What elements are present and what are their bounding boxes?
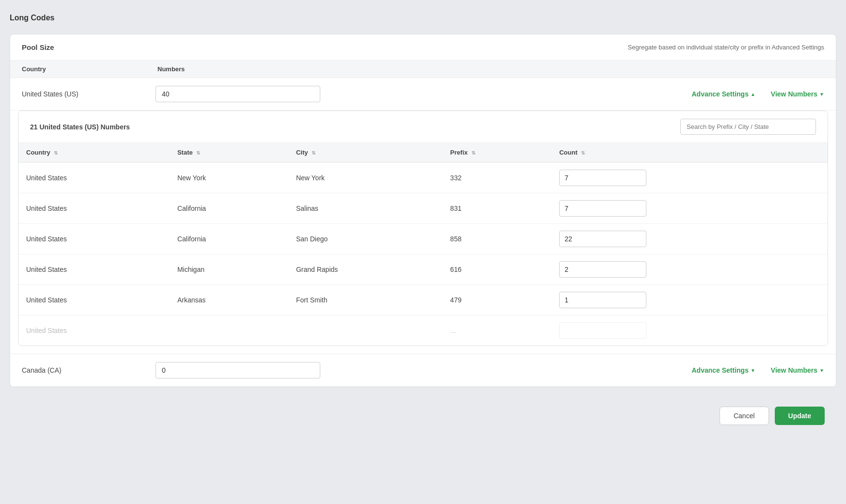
numbers-section: 21 United States (US) Numbers Country ⇅ … [18, 110, 828, 346]
cell-count [551, 254, 828, 285]
cell-count [551, 193, 828, 224]
th-country[interactable]: Country ⇅ [18, 143, 170, 162]
cell-country: United States [18, 162, 170, 193]
table-row: United States California Salinas 831 [18, 193, 828, 224]
cell-city: New York [288, 162, 442, 193]
pool-row-ca: Canada (CA) Advance Settings View Number… [10, 354, 836, 387]
cell-city: Fort Smith [288, 285, 442, 315]
us-view-numbers-link[interactable]: View Numbers [771, 90, 824, 98]
footer-actions: Cancel Update [10, 397, 836, 435]
numbers-count-label: 21 United States (US) Numbers [30, 123, 130, 131]
table-row: United States New York New York 332 [18, 162, 828, 193]
count-input-trunc[interactable] [559, 322, 646, 339]
cell-count-trunc [551, 315, 828, 346]
count-input-0[interactable] [559, 170, 646, 186]
us-number-input[interactable] [156, 86, 320, 102]
ca-country-label: Canada (CA) [22, 366, 148, 374]
count-input-4[interactable] [559, 292, 646, 308]
cell-state: Arkansas [170, 285, 288, 315]
cell-state: California [170, 193, 288, 224]
cell-prefix: 332 [442, 162, 551, 193]
cell-state: California [170, 224, 288, 254]
th-state[interactable]: State ⇅ [170, 143, 288, 162]
count-input-1[interactable] [559, 200, 646, 217]
cell-state-trunc [170, 315, 288, 346]
cell-prefix: 858 [442, 224, 551, 254]
ca-number-input[interactable] [156, 362, 320, 378]
cell-city: Grand Rapids [288, 254, 442, 285]
cell-city-trunc [288, 315, 442, 346]
table-row-truncated: United States ... [18, 315, 828, 346]
cell-country: United States [18, 224, 170, 254]
cell-country: United States [18, 254, 170, 285]
pool-header-note: Segregate based on individual state/city… [628, 44, 824, 51]
pool-row-us: United States (US) Advance Settings View… [10, 78, 836, 110]
numbers-table: Country ⇅ State ⇅ City ⇅ Prefix ⇅ Count … [18, 143, 828, 346]
cell-prefix: 831 [442, 193, 551, 224]
pool-size-label: Pool Size [22, 43, 54, 51]
update-button[interactable]: Update [775, 407, 825, 425]
cell-prefix: 479 [442, 285, 551, 315]
cell-count [551, 224, 828, 254]
th-prefix[interactable]: Prefix ⇅ [442, 143, 551, 162]
us-actions: Advance Settings View Numbers [691, 90, 824, 98]
cell-count [551, 162, 828, 193]
col-country-header: Country [22, 65, 157, 73]
cell-country-trunc: United States [18, 315, 170, 346]
ca-advance-settings-link[interactable]: Advance Settings [691, 366, 755, 374]
cancel-button[interactable]: Cancel [720, 407, 769, 425]
th-city[interactable]: City ⇅ [288, 143, 442, 162]
ca-view-numbers-link[interactable]: View Numbers [771, 366, 824, 374]
page-title: Long Codes [10, 10, 836, 26]
cell-country: United States [18, 193, 170, 224]
us-advance-settings-link[interactable]: Advance Settings [691, 90, 755, 98]
cell-state: New York [170, 162, 288, 193]
cell-city: San Diego [288, 224, 442, 254]
numbers-section-header: 21 United States (US) Numbers [18, 111, 828, 143]
th-count[interactable]: Count ⇅ [551, 143, 828, 162]
cell-city: Salinas [288, 193, 442, 224]
pool-table-header: Country Numbers [10, 61, 836, 78]
table-row: United States Michigan Grand Rapids 616 [18, 254, 828, 285]
col-numbers-header: Numbers [157, 65, 824, 73]
us-country-label: United States (US) [22, 90, 148, 98]
count-input-3[interactable] [559, 261, 646, 278]
table-header-row: Country ⇅ State ⇅ City ⇅ Prefix ⇅ Count … [18, 143, 828, 162]
cell-country: United States [18, 285, 170, 315]
ca-actions: Advance Settings View Numbers [691, 366, 824, 374]
cell-prefix: 616 [442, 254, 551, 285]
table-row: United States Arkansas Fort Smith 479 [18, 285, 828, 315]
main-card: Pool Size Segregate based on individual … [10, 34, 836, 387]
pool-header: Pool Size Segregate based on individual … [10, 34, 836, 61]
count-input-2[interactable] [559, 231, 646, 247]
cell-prefix-trunc: ... [442, 315, 551, 346]
table-row: United States California San Diego 858 [18, 224, 828, 254]
cell-state: Michigan [170, 254, 288, 285]
cell-count [551, 285, 828, 315]
search-input[interactable] [680, 119, 816, 135]
